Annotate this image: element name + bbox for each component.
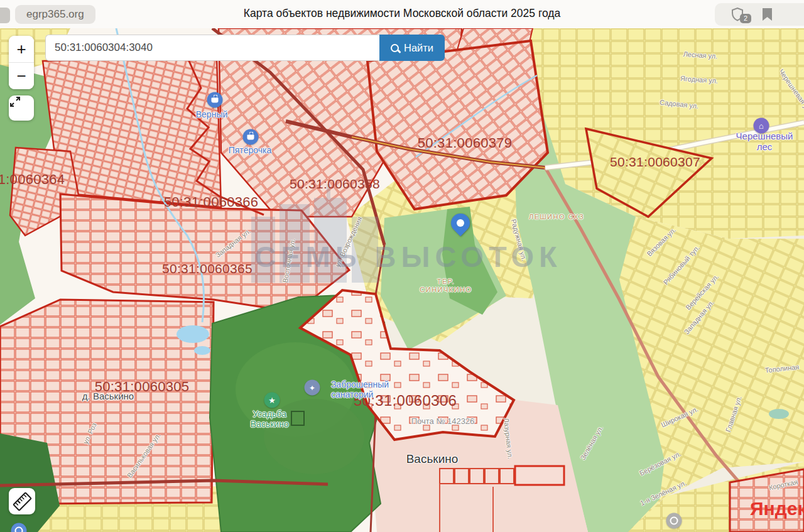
site-pill[interactable]: egrp365.org (15, 5, 95, 24)
attribution-logo: Яндекс (750, 498, 804, 519)
measure-button[interactable] (9, 488, 35, 514)
map-tiles (0, 28, 804, 532)
shield-badge: 2 (740, 14, 751, 23)
expand-arrows-icon (9, 95, 21, 108)
map-marker-pin[interactable] (451, 214, 470, 240)
zoom-control: + − (9, 36, 34, 89)
pin-hole (457, 219, 464, 227)
search-button[interactable]: Найти (379, 35, 445, 61)
search-input[interactable] (45, 35, 379, 61)
tab-stub[interactable] (0, 8, 10, 23)
shield-icon[interactable]: 2 (731, 8, 744, 21)
map-canvas[interactable]: 50:31:006037950:31:006035850:31:00603665… (0, 28, 804, 532)
fullscreen-button[interactable] (9, 95, 34, 121)
search-bar: Найти (45, 35, 445, 61)
zoom-in-button[interactable]: + (9, 36, 34, 62)
search-icon (391, 44, 399, 52)
bookmark-icon[interactable] (763, 8, 772, 21)
ruler-icon (12, 491, 31, 511)
search-button-label: Найти (404, 42, 433, 54)
top-bar: egrp365.org Карта объектов недвижимости … (0, 0, 804, 28)
zoom-out-button[interactable]: − (9, 63, 34, 89)
page-title: Карта объектов недвижимости Московской о… (244, 7, 560, 20)
browser-window: egrp365.org Карта объектов недвижимости … (0, 0, 804, 532)
browser-actions: 2 (715, 3, 804, 26)
